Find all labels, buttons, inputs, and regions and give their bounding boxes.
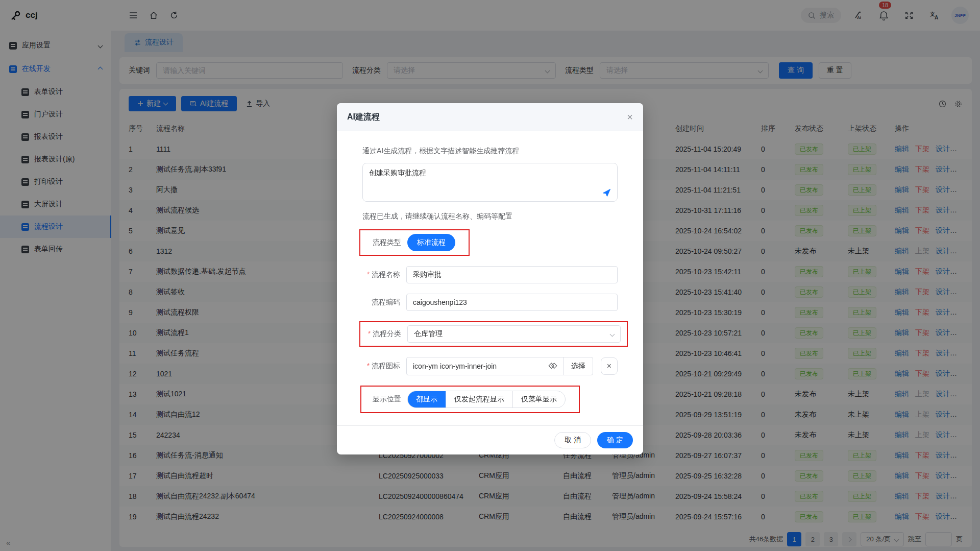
flow-code-input[interactable] (406, 294, 618, 311)
flow-icon-input-group: 选择 (406, 357, 593, 375)
flow-category-select[interactable]: 仓库管理 (407, 325, 621, 343)
position-option[interactable]: 都显示 (408, 391, 446, 408)
flow-icon-label: 流程图标 (362, 362, 400, 371)
send-icon[interactable] (602, 188, 611, 197)
flow-type-annotation-box: 流程类型 标准流程 (359, 229, 470, 256)
position-option[interactable]: 仅菜单显示 (512, 391, 565, 408)
position-option[interactable]: 仅发起流程显示 (446, 391, 512, 408)
icon-select-button[interactable]: 选择 (564, 357, 593, 375)
flow-icon-input[interactable] (407, 362, 542, 370)
display-position-label: 显示位置 (363, 395, 401, 404)
flow-name-label: 流程名称 (362, 270, 400, 279)
confirm-button[interactable]: 确 定 (597, 432, 633, 448)
flow-name-input[interactable] (406, 266, 618, 283)
chevron-down-icon (610, 331, 615, 337)
ai-prompt-box: 创建采购审批流程 (362, 163, 618, 202)
flow-icon-preview (542, 362, 564, 371)
icon-clear-button[interactable]: × (601, 357, 618, 375)
flow-type-label: 流程类型 (363, 238, 401, 247)
generated-hint: 流程已生成，请继续确认流程名称、编码等配置 (362, 212, 618, 221)
ai-prompt-textarea[interactable]: 创建采购审批流程 (363, 163, 617, 201)
ai-flow-modal: AI建流程 × 通过AI生成流程，根据文字描述智能生成推荐流程 创建采购审批流程… (337, 103, 643, 454)
flow-code-label: 流程编码 (362, 298, 400, 307)
modal-description: 通过AI生成流程，根据文字描述智能生成推荐流程 (362, 147, 618, 156)
flow-category-label: 流程分类 (363, 329, 401, 339)
display-position-annotation-box: 显示位置 都显示仅发起流程显示仅菜单显示 (360, 386, 580, 413)
display-position-segmented: 都显示仅发起流程显示仅菜单显示 (407, 391, 566, 408)
modal-close-icon[interactable]: × (627, 112, 633, 122)
cancel-button[interactable]: 取 消 (554, 432, 591, 448)
modal-header: AI建流程 × (337, 103, 643, 131)
standard-flow-button[interactable]: 标准流程 (407, 234, 455, 251)
flow-category-annotation-box: 流程分类 仓库管理 (359, 321, 628, 347)
modal-title: AI建流程 (347, 112, 380, 123)
modal-footer: 取 消 确 定 (337, 425, 643, 454)
flow-category-value: 仓库管理 (414, 329, 443, 339)
